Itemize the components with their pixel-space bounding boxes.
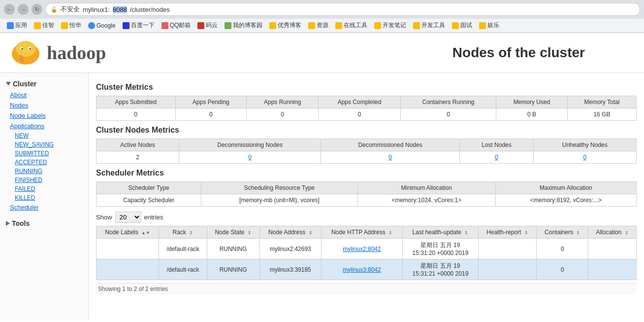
col-containers-running: Containers Running	[400, 96, 496, 108]
val-scheduling-resource-type: [memory-mb (unit=Mi), vcores]	[201, 194, 357, 207]
entries-label: entries	[144, 214, 163, 221]
nodes-table: Node Labels ▲▼ Rack ⇕ Node State ⇕ Node …	[96, 226, 637, 280]
row2-rack: /default-rack	[159, 259, 207, 280]
row2-http-link[interactable]: mylinux3:8042	[343, 266, 381, 273]
bookmark-jiazhi[interactable]: 佳智	[31, 20, 57, 31]
sidebar-item-new[interactable]: NEW	[0, 131, 88, 140]
bookmark-resources[interactable]: 资源	[305, 20, 331, 31]
elephant-icon	[10, 38, 42, 68]
sidebar-item-failed[interactable]: FAILED	[0, 184, 88, 193]
bookmark-dev-notes[interactable]: 开发笔记	[371, 20, 409, 31]
sidebar-item-finished[interactable]: FINISHED	[0, 176, 88, 184]
show-entries-select[interactable]: 20 50 100	[115, 212, 141, 223]
val-unhealthy-nodes: 0	[533, 151, 636, 164]
col-apps-submitted: Apps Submitted	[97, 96, 176, 108]
sidebar-item-nodes[interactable]: Nodes	[0, 100, 88, 110]
val-scheduler-type: Capacity Scheduler	[97, 194, 201, 207]
row1-http-link[interactable]: mylinux2:8042	[343, 246, 381, 252]
sidebar-item-new-saving[interactable]: NEW_SAVING	[0, 140, 88, 149]
node-state-sort-icon: ⇕	[248, 230, 252, 235]
security-label: 不安全	[61, 5, 80, 14]
bookmark-dev-tools[interactable]: 开发工具	[410, 20, 448, 31]
refresh-button[interactable]: ↻	[32, 4, 42, 15]
col-allocation[interactable]: Allocation ⇕	[588, 226, 637, 239]
row1-http-address: mylinux2:8042	[321, 239, 402, 259]
bookmark-google[interactable]: Google	[85, 21, 119, 30]
sidebar-cluster-toggle[interactable]: Cluster	[0, 78, 88, 90]
bookmark-baidu[interactable]: 百度一下	[120, 20, 158, 31]
forward-button[interactable]: →	[18, 4, 29, 15]
col-containers[interactable]: Containers ⇕	[537, 226, 588, 239]
col-node-labels[interactable]: Node Labels ▲▼	[97, 226, 159, 239]
row2-http-address: mylinux3:8042	[321, 259, 402, 280]
sidebar-item-about[interactable]: About	[0, 90, 88, 100]
hadoop-logo: hadoop	[10, 38, 106, 68]
row2-node-labels	[97, 259, 159, 280]
url-prefix: mylinux1:	[83, 6, 110, 13]
bookmark-apps[interactable]: 应用	[4, 20, 30, 31]
val-lost-nodes: 0	[460, 151, 533, 164]
col-maximum-allocation: Maximum Allocation	[495, 182, 636, 194]
sidebar-tools-toggle[interactable]: Tools	[0, 217, 88, 229]
url-suffix: /cluster/nodes	[130, 6, 170, 13]
tools-label: Tools	[12, 219, 30, 227]
val-memory-used: 0 B	[496, 108, 568, 121]
col-node-http-address[interactable]: Node HTTP Address ⇕	[321, 226, 402, 239]
show-label: Show	[96, 214, 112, 221]
sidebar-item-applications[interactable]: Applications	[0, 121, 88, 131]
main-content: Cluster About Nodes Node Labels Applicat…	[0, 73, 644, 321]
show-entries-control: Show 20 50 100 entries	[96, 212, 637, 223]
val-active-nodes: 2	[97, 151, 179, 164]
col-apps-pending: Apps Pending	[175, 96, 247, 108]
col-last-health-update[interactable]: Last health-update ⇕	[403, 226, 478, 239]
sidebar-item-submitted[interactable]: SUBMITTED	[0, 149, 88, 158]
bookmark-online-tools[interactable]: 在线工具	[332, 20, 370, 31]
row2-address: mylinux3:39185	[259, 259, 321, 280]
bookmark-gitee[interactable]: 码云	[194, 20, 221, 31]
containers-sort-icon: ⇕	[576, 230, 580, 235]
bookmark-gushi[interactable]: 固试	[449, 20, 475, 31]
col-rack[interactable]: Rack ⇕	[159, 226, 207, 239]
row1-address: mylinux2:42693	[259, 239, 321, 259]
bookmark-blog[interactable]: 我的博客园	[222, 20, 265, 31]
row1-allocation	[588, 239, 637, 259]
url-port: 8088	[113, 6, 127, 13]
browser-nav-bar: ← → ↻ 🔓 不安全 mylinux1:8088/cluster/nodes	[0, 0, 644, 19]
node-labels-sort-icon: ▲▼	[141, 230, 150, 235]
col-health-report[interactable]: Health-report ⇕	[478, 226, 537, 239]
col-apps-completed: Apps Completed	[319, 96, 401, 108]
col-memory-used: Memory Used	[496, 96, 568, 108]
col-apps-running: Apps Running	[247, 96, 319, 108]
val-containers-running: 0	[400, 108, 496, 121]
col-minimum-allocation: Minimum Allocation	[357, 182, 495, 194]
sidebar-item-running[interactable]: RUNNING	[0, 167, 88, 176]
row1-health-report	[478, 239, 537, 259]
health-report-sort-icon: ⇕	[524, 230, 528, 235]
sidebar-item-node-labels[interactable]: Node Labels	[0, 110, 88, 121]
cluster-nodes-title: Cluster Nodes Metrics	[96, 126, 637, 135]
col-node-address[interactable]: Node Address ⇕	[259, 226, 321, 239]
cluster-metrics-table: Apps Submitted Apps Pending Apps Running…	[96, 96, 637, 121]
rack-sort-icon: ⇕	[189, 230, 193, 235]
page-title: Nodes of the cluster	[452, 45, 585, 61]
bookmark-qq[interactable]: QQ邮箱	[159, 20, 194, 31]
col-node-state[interactable]: Node State ⇕	[207, 226, 259, 239]
address-bar[interactable]: 🔓 不安全 mylinux1:8088/cluster/nodes	[45, 3, 640, 16]
sidebar-item-scheduler[interactable]: Scheduler	[0, 202, 88, 213]
bookmark-henghua[interactable]: 恒华	[58, 20, 84, 31]
sidebar-item-killed[interactable]: KILLED	[0, 193, 88, 202]
cluster-metrics-title: Cluster Metrics	[96, 83, 637, 92]
row1-last-health: 星期日 五月 1915:31:20 +0000 2019	[403, 239, 478, 259]
bookmark-entertainment[interactable]: 娱乐	[476, 20, 502, 31]
row2-last-health: 星期日 五月 1915:31:21 +0000 2019	[403, 259, 478, 280]
back-button[interactable]: ←	[4, 4, 15, 15]
val-apps-submitted: 0	[97, 108, 176, 121]
sidebar-item-accepted[interactable]: ACCEPTED	[0, 158, 88, 167]
bookmark-excellent-blogs[interactable]: 优秀博客	[266, 20, 304, 31]
col-decommissioned-nodes: Decommissioned Nodes	[321, 139, 459, 151]
row2-containers: 0	[537, 259, 588, 280]
row2-allocation	[588, 259, 637, 280]
security-icon: 🔓	[51, 6, 58, 13]
val-decommissioned-nodes: 0	[321, 151, 459, 164]
page-header: hadoop Nodes of the cluster	[0, 33, 644, 73]
